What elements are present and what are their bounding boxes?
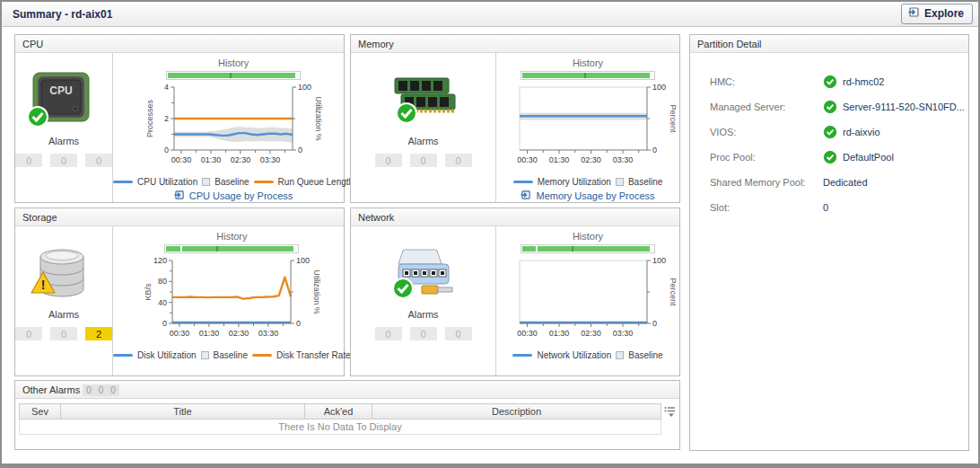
other-alarms-counts: 000 <box>83 384 119 395</box>
explore-button[interactable]: Explore <box>901 4 973 24</box>
alarm-count-box[interactable]: 0 <box>375 154 402 167</box>
alarm-count-box[interactable]: 0 <box>85 154 112 167</box>
detail-value-text: DefaultPool <box>843 152 894 163</box>
svg-text:Percent: Percent <box>669 104 678 133</box>
svg-text:0: 0 <box>298 146 302 155</box>
svg-text:00:30: 00:30 <box>517 329 538 338</box>
column-header[interactable]: Description <box>372 404 661 419</box>
status-warning-icon: ! <box>30 270 57 298</box>
network-icon <box>389 244 458 304</box>
detail-label: VIOS: <box>710 127 823 137</box>
detail-value[interactable]: rd-aixvio <box>823 125 880 139</box>
other-alarms-panel: Other Alarms 000 SevTitleAck'edDescripti… <box>14 380 680 450</box>
drilldown-arrow-icon <box>174 190 185 202</box>
legend-label: Memory Utilization <box>538 177 611 187</box>
cpu-history-chart: 00:3001:3002:3003:30024Processes0100Util… <box>142 80 325 177</box>
detail-value[interactable]: DefaultPool <box>823 150 894 164</box>
svg-text:Percent: Percent <box>669 278 678 306</box>
network-panel: Network <box>350 208 680 376</box>
status-ok-icon <box>823 100 837 114</box>
network-chart-legend: Network UtilizationBaseline <box>512 350 662 360</box>
memory-panel-header: Memory <box>351 35 679 53</box>
svg-text:!: ! <box>41 278 46 292</box>
svg-text:03:30: 03:30 <box>260 155 281 164</box>
alarm-count-box[interactable]: 2 <box>85 327 112 340</box>
status-ok-icon <box>391 277 415 304</box>
partition-detail-body: HMC:rd-hmc02Managed Server:Server-9111-5… <box>690 53 968 220</box>
alarm-count-box[interactable]: 0 <box>445 327 472 340</box>
drilldown-arrow-icon <box>521 190 531 202</box>
svg-text:02:30: 02:30 <box>581 155 601 164</box>
detail-value[interactable]: Server-9111-520-SN10FD... <box>823 100 965 114</box>
alarm-count-box[interactable]: 0 <box>410 154 437 167</box>
storage-icon: ! <box>30 244 98 304</box>
history-fill <box>522 246 650 252</box>
legend-swatch <box>513 181 533 183</box>
memory-history-chart: 00:3001:3002:3003:300100Percent <box>496 80 679 177</box>
network-panel-header: Network <box>351 208 679 226</box>
alarm-count-box[interactable]: 0 <box>50 154 77 167</box>
legend-label: Baseline <box>214 350 248 360</box>
detail-value[interactable]: rd-hmc02 <box>823 75 884 89</box>
detail-label: Slot: <box>710 202 823 213</box>
alarm-count-box[interactable]: 0 <box>15 154 42 167</box>
alarm-count-box[interactable]: 0 <box>410 327 437 340</box>
status-ok-icon <box>823 75 837 89</box>
table-options-icon[interactable] <box>661 403 676 421</box>
legend-label: Disk Utilization <box>137 350 197 360</box>
memory-panel: Memory <box>350 34 680 203</box>
svg-text:03:30: 03:30 <box>258 329 279 338</box>
metrics-column: CPU CPU <box>14 34 680 451</box>
history-divider <box>536 246 538 252</box>
cpu-icon: CPU <box>30 71 98 130</box>
svg-text:40: 40 <box>158 298 167 307</box>
alarm-count-box[interactable]: 0 <box>375 327 402 340</box>
detail-value-text: Dedicated <box>823 177 868 188</box>
svg-text:Utilization %: Utilization % <box>314 96 323 141</box>
legend-label: Disk Transfer Rate <box>276 350 351 360</box>
alarms-table: SevTitleAck'edDescription There Is No Da… <box>19 403 661 435</box>
other-alarms-title: Other Alarms <box>22 384 80 395</box>
svg-text:120: 120 <box>153 256 167 265</box>
storage-panel-header: Storage <box>15 208 344 226</box>
storage-panel: Storage <box>14 208 345 376</box>
svg-text:02:30: 02:30 <box>229 329 249 338</box>
legend-label: CPU Utilization <box>137 177 197 187</box>
history-tick <box>230 73 232 78</box>
svg-text:Processes: Processes <box>145 99 154 137</box>
svg-text:100: 100 <box>298 83 311 92</box>
memory-usage-by-process-link[interactable]: Memory Usage by Process <box>521 190 654 202</box>
svg-text:KB/s: KB/s <box>144 283 153 301</box>
legend-swatch <box>616 178 624 186</box>
legend-swatch <box>202 178 210 186</box>
partition-detail-panel: Partition Detail HMC:rd-hmc02Managed Ser… <box>689 34 969 451</box>
history-divider <box>180 246 182 252</box>
svg-text:0: 0 <box>652 146 657 155</box>
partition-detail-row: Proc Pool:DefaultPool <box>710 145 968 170</box>
alarm-count-box[interactable]: 0 <box>445 154 472 167</box>
main-content: CPU CPU <box>2 27 978 456</box>
alarm-count-box[interactable]: 0 <box>15 327 42 340</box>
cpu-usage-by-process-link[interactable]: CPU Usage by Process <box>174 190 293 202</box>
history-tick <box>216 246 218 252</box>
svg-text:01:30: 01:30 <box>549 155 570 164</box>
detail-value: Dedicated <box>823 177 868 188</box>
other-alarm-count-badge: 0 <box>83 384 95 396</box>
other-alarm-count-badge: 0 <box>107 384 119 396</box>
cpu-alarm-counts: 000 <box>15 154 112 167</box>
history-label: History <box>573 57 603 68</box>
column-header[interactable]: Ack'ed <box>305 404 372 419</box>
cpu-panel-header: CPU <box>15 35 344 53</box>
legend-label: Baseline <box>628 350 662 360</box>
legend-swatch <box>254 181 274 183</box>
history-fill <box>168 73 295 78</box>
partition-detail-row: VIOS:rd-aixvio <box>710 119 968 145</box>
svg-text:0: 0 <box>162 319 167 328</box>
column-header[interactable]: Sev <box>20 404 61 419</box>
alarms-label: Alarms <box>407 136 438 146</box>
alarm-count-box[interactable]: 0 <box>50 327 77 340</box>
cpu-panel: CPU CPU <box>14 34 345 203</box>
column-header[interactable]: Title <box>61 404 305 419</box>
storage-alarm-counts: 002 <box>15 327 112 340</box>
history-tick <box>572 246 573 252</box>
